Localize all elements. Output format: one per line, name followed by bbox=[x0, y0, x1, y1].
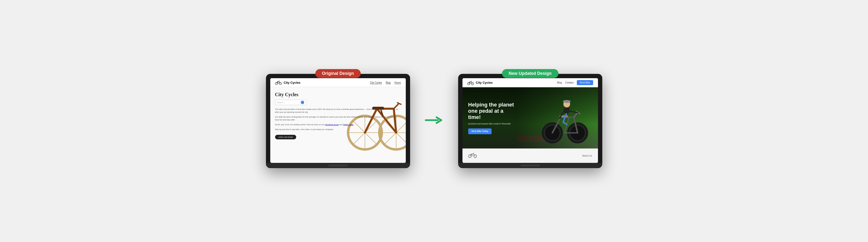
new-laptop: City Cycles Blog Contact Rent Bike bbox=[458, 74, 602, 168]
new-badge: New Updated Design bbox=[502, 69, 558, 78]
bottom-bike-svg bbox=[468, 152, 477, 158]
new-navbar: City Cycles Blog Contact Rent Bike bbox=[462, 78, 598, 87]
new-nav-blog[interactable]: Blog bbox=[557, 81, 562, 84]
facebook-link[interactable]: Facebook group bbox=[325, 124, 339, 126]
original-navbar: City Cycles City Cycles Blog Hours bbox=[270, 78, 406, 87]
original-search-placeholder: Search ... bbox=[277, 101, 285, 104]
original-nav-blog[interactable]: Blog bbox=[386, 81, 391, 84]
page-wrapper: Original Design bbox=[266, 74, 602, 168]
twitter-link[interactable]: Twitter page bbox=[343, 124, 354, 126]
original-laptop: City Cycles City Cycles Blog Hours bbox=[266, 74, 410, 168]
new-about-text: About Us bbox=[582, 154, 592, 157]
original-nav-hours[interactable]: Hours bbox=[395, 81, 401, 84]
original-para-3: ALSO, join us for our weekly events. Fin… bbox=[275, 123, 401, 126]
original-screen: City Cycles City Cycles Blog Hours bbox=[270, 78, 406, 163]
original-search-row: Search ... bbox=[275, 100, 401, 105]
original-logo: City Cycles bbox=[275, 80, 301, 85]
original-laptop-bottom bbox=[266, 163, 410, 168]
new-bike-icon bbox=[467, 80, 474, 85]
original-hero-title: City Cycles bbox=[275, 92, 401, 97]
original-content: City Cycles Search ... The city's best p… bbox=[270, 87, 406, 163]
original-laptop-notch bbox=[329, 165, 348, 167]
arrow-wrapper bbox=[425, 114, 444, 128]
original-nav-city-cycles[interactable]: City Cycles bbox=[370, 81, 382, 84]
original-para-4: Stop by any time to say hello, rent a bi… bbox=[275, 128, 401, 131]
new-hero-person-bike bbox=[540, 96, 588, 144]
new-logo-text: City Cycles bbox=[476, 81, 493, 84]
original-cta-button[interactable]: online call ahead bbox=[275, 135, 296, 139]
original-website: City Cycles City Cycles Blog Hours bbox=[270, 78, 406, 163]
new-hero-title: Helping the planet one pedal at a time! bbox=[468, 102, 516, 120]
original-badge: Original Design bbox=[315, 69, 361, 78]
original-para-2: Our staff has been renting bikes for the… bbox=[275, 115, 401, 122]
new-hero-section: Helping the planet one pedal at a time! … bbox=[462, 87, 598, 148]
new-bottom-bike-icon bbox=[468, 152, 477, 159]
original-text-area: City Cycles Search ... The city's best p… bbox=[270, 87, 406, 163]
new-screen: City Cycles Blog Contact Rent Bike bbox=[462, 78, 598, 163]
arrow-svg bbox=[425, 115, 444, 125]
new-logo: City Cycles bbox=[467, 80, 493, 85]
new-website: City Cycles Blog Contact Rent Bike bbox=[462, 78, 598, 163]
new-nav-right: Blog Contact Rent Bike bbox=[557, 80, 593, 85]
person-bike-svg bbox=[540, 96, 588, 144]
original-search-field[interactable]: Search ... bbox=[275, 100, 306, 105]
new-hero-cta-button[interactable]: Rent Bike Today bbox=[468, 128, 492, 134]
bike-icon bbox=[275, 80, 282, 85]
svg-point-27 bbox=[563, 100, 570, 103]
original-para-1: The city's best provider of local bike r… bbox=[275, 108, 401, 114]
original-logo-text: City Cycles bbox=[284, 81, 301, 84]
new-nav-contact[interactable]: Contact bbox=[565, 81, 574, 84]
direction-arrow bbox=[425, 114, 444, 128]
original-nav-links: City Cycles Blog Hours bbox=[370, 81, 401, 84]
new-hero-content: Helping the planet one pedal at a time! … bbox=[468, 102, 516, 134]
new-nav-rent-button[interactable]: Rent Bike bbox=[577, 80, 593, 85]
new-bottom-strip: About Us bbox=[462, 148, 598, 163]
svg-line-22 bbox=[574, 112, 578, 117]
new-laptop-notch bbox=[521, 165, 540, 167]
new-laptop-bottom bbox=[458, 163, 602, 168]
new-laptop-container: New Updated Design bbox=[458, 74, 602, 168]
original-search-icon[interactable] bbox=[301, 101, 304, 104]
original-laptop-container: Original Design bbox=[266, 74, 410, 168]
new-hero-subtitle: Quickest and easiest bike rental in Rive… bbox=[468, 123, 516, 125]
